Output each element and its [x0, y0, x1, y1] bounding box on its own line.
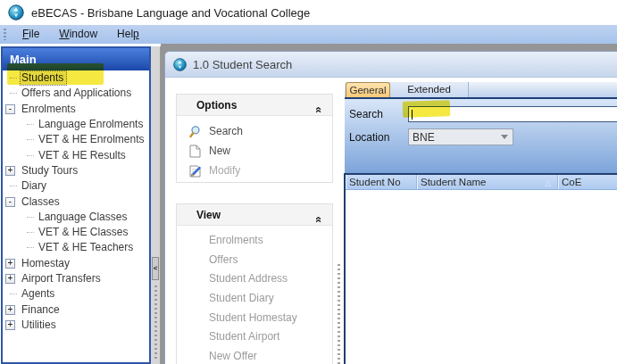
options-items: SearchNewModify	[177, 116, 332, 180]
location-value: BNE	[413, 131, 435, 144]
panel-splitter-dots[interactable]	[338, 264, 340, 364]
view-items: EnrolmentsOffersStudent AddressStudent D…	[177, 226, 332, 364]
sidebar-item-airport-transfers[interactable]: +Airport Transfers	[3, 271, 149, 286]
sidebar-item-label: Language Classes	[37, 210, 130, 225]
modify-document-icon	[189, 164, 203, 178]
sidebar-item-label: Utilities	[20, 318, 60, 333]
view-item-offers[interactable]: Offers	[177, 251, 332, 270]
sidebar-item-homestay[interactable]: +Homestay	[3, 256, 149, 271]
window-titlebar: eBECAS - Brisbane Language and Vocationa…	[0, 0, 617, 25]
sidebar-item-label: Finance	[20, 302, 63, 318]
search-icon	[189, 125, 203, 138]
document-window-titlebar[interactable]: 1.0 Student Search	[165, 52, 617, 78]
grid-column-student-name[interactable]: Student Name△	[417, 175, 558, 189]
expand-box-icon[interactable]: +	[5, 259, 15, 269]
options-item-search[interactable]: Search	[177, 121, 332, 141]
options-panel-title: Options	[196, 99, 237, 112]
sidebar-item-vet-he-classes[interactable]: VET & HE Classes	[3, 225, 149, 240]
sidebar-item-label: Language Enrolments	[37, 117, 146, 132]
view-item-student-airport[interactable]: Student Airport	[177, 327, 332, 347]
location-dropdown[interactable]: BNE	[408, 128, 513, 145]
search-label: Search	[349, 108, 383, 120]
expand-box-icon[interactable]: +	[5, 166, 15, 176]
sidebar-item-utilities[interactable]: +Utilities	[3, 318, 149, 333]
collapse-chevron-icon[interactable]: «	[307, 106, 329, 112]
sidebar-item-label: Students	[20, 70, 67, 86]
splitter-grip-dots	[154, 285, 157, 360]
sidebar-item-finance[interactable]: +Finance	[3, 302, 149, 317]
options-panel-header: Options «	[177, 95, 332, 116]
sidebar-item-language-enrolments[interactable]: Language Enrolments	[3, 117, 149, 132]
options-panel: Options « SearchNewModify	[176, 94, 333, 183]
nav-tree: StudentsOffers and Applications-Enrolmen…	[3, 70, 149, 333]
window-title: eBECAS - Brisbane Language and Vocationa…	[31, 6, 310, 20]
dropdown-arrow-icon[interactable]	[496, 130, 512, 144]
text-caret	[412, 110, 413, 120]
location-label: Location	[349, 131, 389, 144]
sidebar-item-students[interactable]: Students	[3, 70, 149, 86]
sidebar-item-agents[interactable]: Agents	[3, 286, 149, 302]
collapse-box-icon[interactable]: -	[5, 197, 15, 207]
sidebar-item-offers-and-applications[interactable]: Offers and Applications	[3, 86, 149, 101]
view-item-student-address[interactable]: Student Address	[177, 269, 332, 289]
sidebar-item-label: Agents	[20, 286, 58, 302]
sidebar-item-vet-he-results[interactable]: VET & HE Results	[3, 147, 149, 162]
sort-ascending-icon: △	[545, 176, 551, 189]
view-panel-title: View	[196, 209, 221, 221]
expand-box-icon[interactable]: +	[5, 274, 15, 284]
results-grid-header: Student NoStudent Name△CoE	[346, 175, 617, 190]
view-item-student-diary[interactable]: Student Diary	[177, 289, 332, 309]
sidebar-item-vet-he-enrolments[interactable]: VET & HE Enrolments	[3, 132, 149, 147]
menu-grip-handle[interactable]	[4, 29, 6, 40]
sidebar-item-diary[interactable]: Diary	[3, 178, 149, 194]
grid-column-student-no[interactable]: Student No	[346, 175, 417, 189]
expand-box-icon[interactable]: +	[5, 320, 15, 330]
expand-box-icon[interactable]: +	[5, 305, 15, 315]
search-input[interactable]	[408, 106, 617, 122]
collapse-chevron-icon[interactable]: «	[307, 216, 329, 222]
menu-item-file[interactable]: File	[13, 28, 49, 40]
options-item-modify[interactable]: Modify	[177, 161, 332, 180]
tab-general[interactable]: General	[346, 82, 390, 97]
grid-column-coe[interactable]: CoE	[558, 175, 617, 189]
results-grid: Student NoStudent Name△CoE	[344, 173, 617, 364]
sidebar-item-language-classes[interactable]: Language Classes	[3, 210, 149, 225]
view-item-enrolments[interactable]: Enrolments	[177, 231, 332, 251]
menu-items: FileWindowHelp	[13, 26, 149, 43]
view-panel-header: View «	[177, 204, 332, 226]
new-document-icon	[189, 145, 203, 158]
app-icon	[8, 4, 24, 21]
sidebar-item-label: VET & HE Teachers	[37, 240, 137, 255]
menu-item-help[interactable]: Help	[107, 28, 149, 40]
view-item-new-offer[interactable]: New Offer	[177, 347, 332, 364]
sidebar-item-label: Study Tours	[20, 163, 81, 178]
sidebar-item-label: VET & HE Enrolments	[37, 132, 148, 147]
sidebar-item-classes[interactable]: -Classes	[3, 194, 149, 209]
sidebar-collapse-button[interactable]: <	[152, 257, 159, 280]
options-item-label: Search	[209, 125, 243, 137]
document-icon	[173, 58, 187, 71]
document-title: 1.0 Student Search	[193, 58, 292, 71]
sidebar-splitter[interactable]: <	[151, 46, 161, 364]
view-item-student-homestay[interactable]: Student Homestay	[177, 309, 332, 328]
collapse-box-icon[interactable]: -	[5, 104, 15, 114]
options-item-new[interactable]: New	[177, 141, 332, 161]
sidebar-item-label: Airport Transfers	[20, 271, 104, 286]
search-form: Search Location BNE	[345, 99, 617, 173]
menu-bar: FileWindowHelp	[0, 25, 617, 44]
sidebar-header: Main	[3, 48, 149, 70]
results-grid-body[interactable]	[346, 190, 617, 364]
menu-item-window[interactable]: Window	[49, 28, 107, 40]
sidebar-item-label: VET & HE Classes	[37, 225, 131, 240]
sidebar-item-label: Homestay	[20, 256, 73, 271]
sidebar-item-label: Offers and Applications	[20, 86, 135, 101]
grid-column-label: Student Name	[421, 177, 487, 187]
sidebar-item-enrolments[interactable]: -Enrolments	[3, 102, 149, 117]
grid-column-label: Student No	[349, 177, 401, 187]
tab-strip: GeneralExtended Search	[345, 82, 617, 97]
sidebar-item-label: VET & HE Results	[37, 148, 129, 163]
tab-extended-search[interactable]: Extended Search	[390, 82, 469, 97]
view-panel: View « EnrolmentsOffersStudent AddressSt…	[176, 203, 333, 364]
sidebar-item-vet-he-teachers[interactable]: VET & HE Teachers	[3, 240, 149, 255]
sidebar-item-study-tours[interactable]: +Study Tours	[3, 163, 149, 178]
